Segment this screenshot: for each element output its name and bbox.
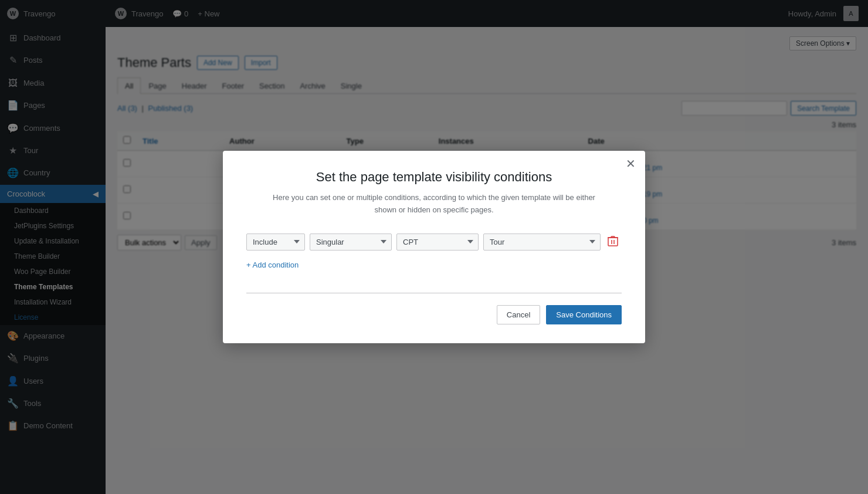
include-select[interactable]: Include Exclude [246, 234, 305, 251]
modal-subtitle: Here you can set one or multiple conditi… [246, 192, 622, 216]
delete-condition-button[interactable] [605, 233, 621, 251]
tour-select[interactable]: Tour Country All [483, 234, 601, 251]
cpt-select[interactable]: CPT Post Page [396, 234, 479, 251]
conditions-modal: ✕ Set the page template visibility condi… [223, 151, 645, 343]
modal-title: Set the page template visibility conditi… [246, 170, 622, 185]
add-condition-link[interactable]: + Add condition [246, 260, 299, 269]
svg-rect-0 [608, 238, 618, 246]
trash-icon [608, 235, 618, 247]
condition-row: Include Exclude Singular Archive All CPT… [246, 233, 622, 251]
modal-close-button[interactable]: ✕ [626, 158, 636, 170]
modal-overlay[interactable]: ✕ Set the page template visibility condi… [0, 0, 868, 494]
save-conditions-button[interactable]: Save Conditions [546, 305, 622, 324]
cancel-button[interactable]: Cancel [497, 305, 540, 324]
modal-divider [246, 293, 622, 293]
singular-select[interactable]: Singular Archive All [310, 234, 392, 251]
modal-footer: Cancel Save Conditions [246, 305, 622, 324]
